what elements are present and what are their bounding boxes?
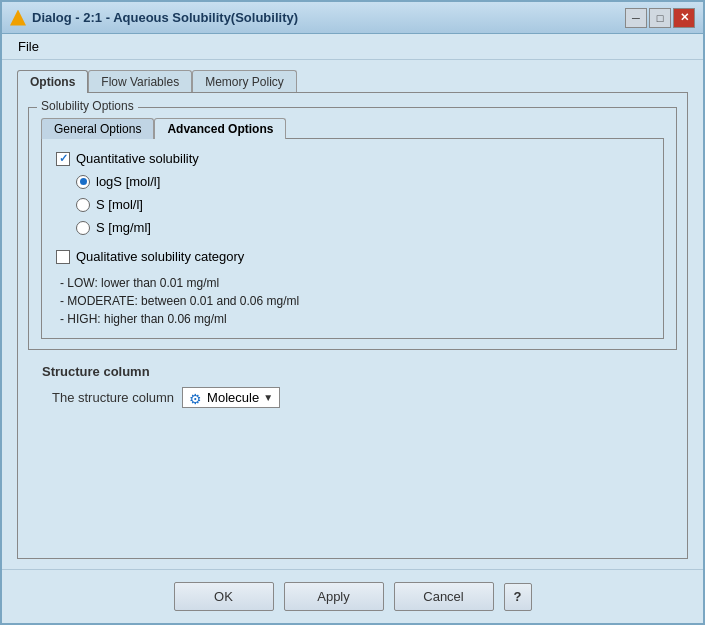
structure-column-label: The structure column [52, 390, 174, 405]
solubility-group-box: Solubility Options General Options Advan… [28, 107, 677, 350]
qualitative-solubility-label: Qualitative solubility category [76, 249, 244, 264]
qualitative-solubility-row: Qualitative solubility category [56, 249, 649, 264]
structure-column-section: Structure column The structure column ⚙ … [28, 356, 677, 416]
dropdown-arrow-icon: ▼ [263, 392, 273, 403]
title-bar: Dialog - 2:1 - Aqueous Solubility(Solubi… [2, 2, 703, 34]
quantitative-solubility-label: Quantitative solubility [76, 151, 199, 166]
inner-tab-content: Quantitative solubility logS [mol/l] S [… [41, 138, 664, 339]
radio-smoll[interactable] [76, 198, 90, 212]
solubility-group-title: Solubility Options [37, 99, 138, 113]
structure-column-row: The structure column ⚙ Molecule ▼ [42, 387, 663, 408]
tab-flow-variables[interactable]: Flow Variables [88, 70, 192, 93]
qualitative-info-section: - LOW: lower than 0.01 mg/ml - MODERATE:… [56, 276, 649, 326]
outer-tab-bar: Options Flow Variables Memory Policy [17, 70, 688, 93]
window-title: Dialog - 2:1 - Aqueous Solubility(Solubi… [32, 10, 298, 25]
title-bar-left: Dialog - 2:1 - Aqueous Solubility(Solubi… [10, 10, 298, 26]
ok-button[interactable]: OK [174, 582, 274, 611]
molecule-icon: ⚙ [189, 391, 203, 405]
minimize-button[interactable]: ─ [625, 8, 647, 28]
title-buttons: ─ □ ✕ [625, 8, 695, 28]
structure-column-dropdown[interactable]: ⚙ Molecule ▼ [182, 387, 280, 408]
main-window: Dialog - 2:1 - Aqueous Solubility(Solubi… [0, 0, 705, 625]
tab-memory-policy[interactable]: Memory Policy [192, 70, 297, 93]
structure-column-title: Structure column [42, 364, 663, 379]
qual-info-moderate: - MODERATE: between 0.01 and 0.06 mg/ml [56, 294, 649, 308]
radio-logs-row: logS [mol/l] [56, 174, 649, 189]
inner-tab-bar: General Options Advanced Options [41, 118, 664, 139]
outer-tab-content: Solubility Options General Options Advan… [17, 92, 688, 559]
menu-bar: File [2, 34, 703, 60]
quantitative-solubility-checkbox[interactable] [56, 152, 70, 166]
apply-button[interactable]: Apply [284, 582, 384, 611]
content-area: Options Flow Variables Memory Policy Sol… [2, 60, 703, 569]
dropdown-value: Molecule [207, 390, 259, 405]
qual-info-low: - LOW: lower than 0.01 mg/ml [56, 276, 649, 290]
tab-advanced-options[interactable]: Advanced Options [154, 118, 286, 139]
warning-icon [10, 10, 26, 26]
quantitative-solubility-row: Quantitative solubility [56, 151, 649, 166]
radio-smgml-row: S [mg/ml] [56, 220, 649, 235]
maximize-button[interactable]: □ [649, 8, 671, 28]
tab-options[interactable]: Options [17, 70, 88, 93]
qualitative-solubility-checkbox[interactable] [56, 250, 70, 264]
qual-info-high: - HIGH: higher than 0.06 mg/ml [56, 312, 649, 326]
radio-smgml-label: S [mg/ml] [96, 220, 151, 235]
close-button[interactable]: ✕ [673, 8, 695, 28]
radio-smoll-label: S [mol/l] [96, 197, 143, 212]
help-button[interactable]: ? [504, 583, 532, 611]
radio-logs[interactable] [76, 175, 90, 189]
bottom-bar: OK Apply Cancel ? [2, 569, 703, 623]
radio-smoll-row: S [mol/l] [56, 197, 649, 212]
radio-smgml[interactable] [76, 221, 90, 235]
tab-general-options[interactable]: General Options [41, 118, 154, 139]
menu-item-file[interactable]: File [10, 37, 47, 56]
cancel-button[interactable]: Cancel [394, 582, 494, 611]
radio-logs-label: logS [mol/l] [96, 174, 160, 189]
